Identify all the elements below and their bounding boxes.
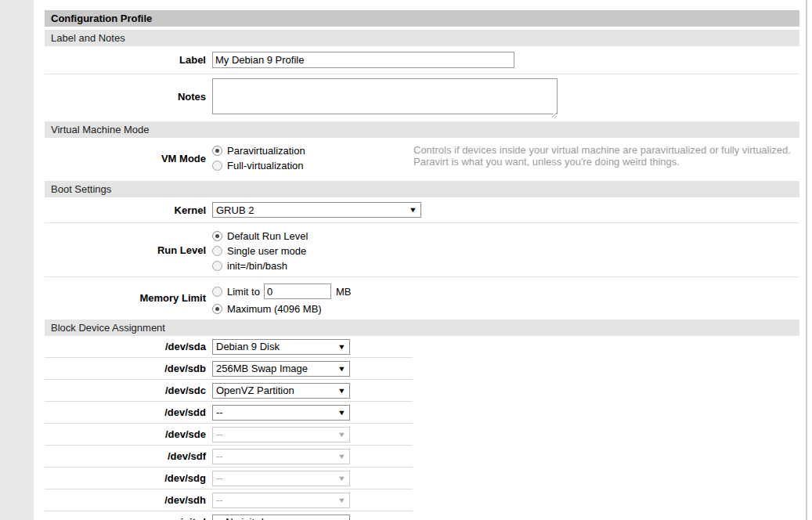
init-bin-bash-option-label: init=/bin/bash (227, 260, 287, 272)
device-label: /dev/sdc (45, 385, 206, 396)
full-virtualization-option[interactable]: Full-virtualization (212, 158, 413, 173)
device-row-sdg: /dev/sdg -- ▼ (45, 468, 413, 489)
notes-field-row: Notes (45, 74, 799, 118)
memory-limit-row: Memory Limit Limit to MB Maximum (4096 M… (45, 276, 799, 318)
single-user-mode-radio[interactable] (212, 246, 222, 256)
chevron-down-icon: ▼ (337, 475, 346, 482)
paravirtualization-radio[interactable] (212, 146, 222, 156)
section-boot-settings: Boot Settings (45, 181, 799, 197)
memory-limit-input[interactable] (264, 283, 331, 299)
vm-mode-row: VM Mode Paravirtualization Full-virtuali… (45, 138, 799, 179)
init-bin-bash-option[interactable]: init=/bin/bash (212, 258, 308, 273)
limit-to-option-label: Limit to (227, 286, 260, 298)
memory-maximum-option[interactable]: Maximum (4096 MB) (212, 300, 351, 317)
paravirtualization-option[interactable]: Paravirtualization (212, 143, 413, 158)
device-select-sdg: -- ▼ (212, 471, 350, 486)
memory-limit-to-option: Limit to MB (212, 283, 351, 300)
memory-limit-label: Memory Limit (45, 292, 206, 304)
initrd-select[interactable]: -- No initrd -- ▼ (212, 515, 350, 520)
chevron-down-icon: ▼ (337, 453, 346, 460)
vm-mode-label: VM Mode (45, 153, 206, 164)
device-row-sde: /dev/sde -- ▼ (45, 424, 413, 446)
maximum-radio[interactable] (212, 304, 222, 314)
label-input[interactable] (212, 52, 514, 68)
page-title: Configuration Profile (45, 10, 799, 27)
device-label: initrd (45, 516, 206, 520)
vm-mode-help-line2: Paravirt is what you want, unless you're… (413, 156, 799, 168)
vm-mode-help-line1: Controls if devices inside your virtual … (413, 144, 799, 156)
device-row-sda: /dev/sda Debian 9 Disk ▼ (45, 336, 413, 358)
kernel-select[interactable]: GRUB 2 ▼ (212, 202, 421, 218)
chevron-down-icon: ▼ (337, 409, 346, 417)
device-label: /dev/sde (45, 428, 206, 440)
chevron-down-icon: ▼ (337, 387, 346, 395)
device-select-sdf: -- ▼ (212, 449, 350, 464)
device-row-initrd: initrd -- No initrd -- ▼ (45, 511, 413, 520)
notes-textarea[interactable] (212, 78, 558, 114)
full-virtualization-option-label: Full-virtualization (227, 160, 304, 172)
section-label-and-notes: Label and Notes (45, 30, 799, 46)
device-select-sdc[interactable]: OpenVZ Partition ▼ (212, 383, 350, 399)
paravirtualization-option-label: Paravirtualization (227, 145, 305, 157)
left-gutter (0, 0, 34, 520)
run-level-row: Run Level Default Run Level Single user … (45, 222, 799, 276)
device-row-sdh: /dev/sdh -- ▼ (45, 489, 413, 511)
device-label: /dev/sdb (45, 363, 206, 374)
limit-to-radio[interactable] (212, 287, 222, 297)
device-select-sdh: -- ▼ (212, 493, 350, 508)
device-label: /dev/sdg (45, 472, 206, 484)
device-select-sde: -- ▼ (212, 427, 350, 442)
memory-unit-label: MB (336, 286, 352, 298)
kernel-row: Kernel GRUB 2 ▼ (45, 197, 799, 222)
device-select-sdd[interactable]: -- ▼ (212, 405, 350, 421)
device-label: /dev/sdd (45, 406, 206, 418)
device-select-sda[interactable]: Debian 9 Disk ▼ (212, 339, 350, 355)
default-run-level-option-label: Default Run Level (227, 230, 308, 242)
label-field-row: Label (45, 46, 799, 74)
chevron-down-icon: ▼ (337, 343, 346, 351)
chevron-down-icon: ▼ (337, 497, 346, 504)
kernel-label: Kernel (45, 204, 206, 216)
device-label: /dev/sdh (45, 494, 206, 506)
device-row-sdb: /dev/sdb 256MB Swap Image ▼ (45, 358, 413, 380)
configuration-profile-form: Configuration Profile Label and Notes La… (45, 10, 799, 520)
vm-mode-help-text: Controls if devices inside your virtual … (413, 138, 799, 179)
right-panel-border (806, 0, 807, 520)
section-block-device-assignment: Block Device Assignment (45, 320, 799, 336)
single-user-mode-option[interactable]: Single user mode (212, 244, 308, 258)
maximum-option-label: Maximum (4096 MB) (227, 303, 322, 315)
default-run-level-radio[interactable] (212, 231, 222, 241)
device-label: /dev/sda (45, 341, 206, 352)
default-run-level-option[interactable]: Default Run Level (212, 229, 308, 244)
section-virtual-machine-mode: Virtual Machine Mode (45, 121, 799, 138)
device-label: /dev/sdf (45, 450, 206, 462)
device-row-sdf: /dev/sdf -- ▼ (45, 446, 413, 468)
notes-field-label: Notes (45, 91, 206, 103)
single-user-mode-option-label: Single user mode (227, 245, 306, 257)
label-field-label: Label (45, 54, 206, 66)
device-select-sdb[interactable]: 256MB Swap Image ▼ (212, 361, 350, 377)
run-level-label: Run Level (45, 244, 206, 256)
chevron-down-icon: ▼ (337, 431, 346, 439)
chevron-down-icon: ▼ (337, 365, 346, 373)
full-virtualization-radio[interactable] (212, 161, 222, 171)
device-row-sdc: /dev/sdc OpenVZ Partition ▼ (45, 380, 413, 402)
kernel-select-value: GRUB 2 (216, 204, 254, 216)
chevron-down-icon: ▼ (409, 206, 417, 214)
device-row-sdd: /dev/sdd -- ▼ (45, 402, 413, 424)
init-bin-bash-radio[interactable] (212, 261, 222, 271)
